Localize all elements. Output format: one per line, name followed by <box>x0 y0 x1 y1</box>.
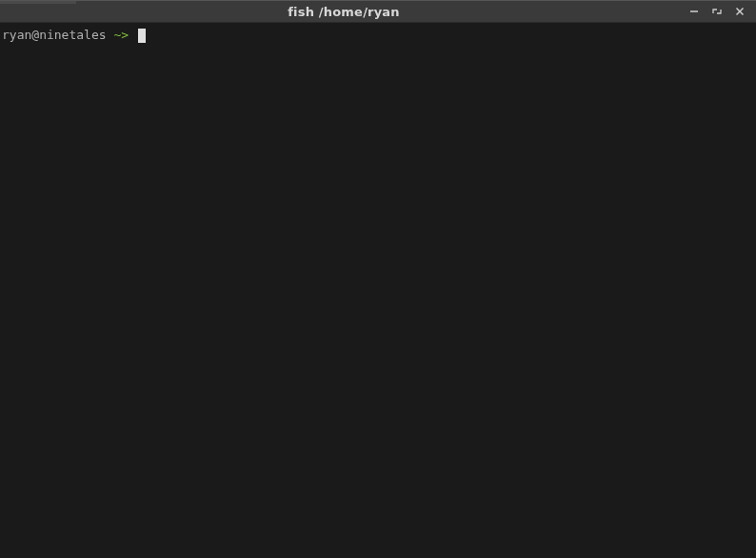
terminal-cursor <box>138 29 146 43</box>
window-titlebar[interactable]: fish /home/ryan <box>0 0 756 23</box>
prompt-user-host: ryan@ninetales <box>2 27 113 44</box>
minimize-button[interactable] <box>687 5 701 18</box>
close-button[interactable] <box>733 5 746 18</box>
terminal-viewport[interactable]: ryan@ninetales ~ > <box>0 23 756 558</box>
window-controls <box>687 5 756 18</box>
maximize-button[interactable] <box>710 5 724 18</box>
window-title: fish /home/ryan <box>0 5 687 19</box>
prompt-symbol: > <box>121 27 136 44</box>
prompt-line: ryan@ninetales ~ > <box>2 27 754 44</box>
prompt-path: ~ <box>113 27 121 44</box>
window-tab-indicator <box>0 1 76 4</box>
